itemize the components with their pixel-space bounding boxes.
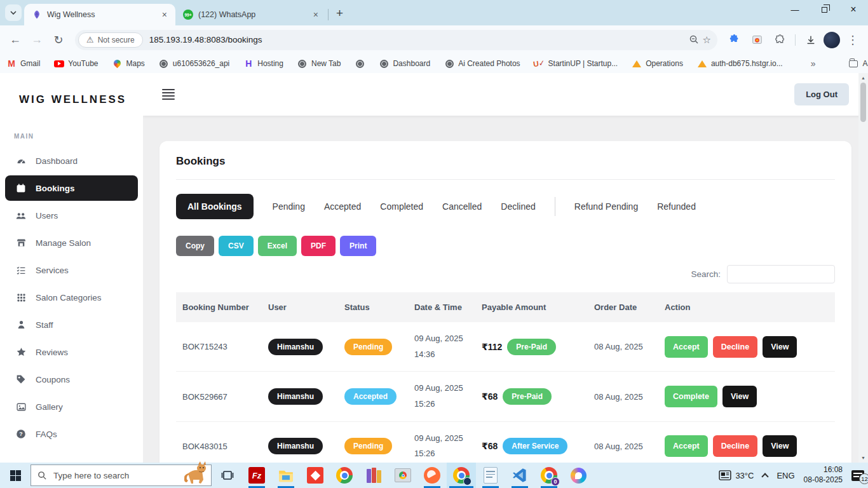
sidebar-item-reviews[interactable]: Reviews <box>5 339 138 365</box>
column-header[interactable]: Action <box>658 292 835 322</box>
complete-button[interactable]: Complete <box>665 386 717 407</box>
taskbar-notepad-icon[interactable] <box>476 463 505 488</box>
download-icon[interactable] <box>801 30 821 50</box>
taskbar-chrome-badged-icon[interactable] <box>447 463 476 488</box>
taskbar-red-diamond-icon[interactable] <box>301 463 330 488</box>
start-button[interactable] <box>1 463 29 488</box>
new-tab-button[interactable]: + <box>330 6 351 25</box>
bookmark-item[interactable]: Operations <box>632 58 683 69</box>
sidebar-item-bookings[interactable]: Bookings <box>5 175 138 201</box>
tab-close-icon[interactable]: × <box>160 10 169 20</box>
minimize-button[interactable]: — <box>780 0 810 19</box>
forward-button[interactable]: → <box>27 30 47 50</box>
column-header[interactable]: Order Date <box>588 292 658 322</box>
view-button[interactable]: View <box>763 435 797 457</box>
address-bar[interactable]: ⚠ Not secure 185.193.19.48:8083/bookings… <box>75 30 717 50</box>
column-header[interactable]: User <box>262 292 338 322</box>
browser-menu-icon[interactable]: ⋮ <box>843 30 863 50</box>
decline-button[interactable]: Decline <box>713 336 757 358</box>
sidebar-item-gallery[interactable]: Gallery <box>5 394 138 419</box>
news-weather-widget[interactable]: 33°C <box>719 470 754 480</box>
tab-close-icon[interactable]: × <box>311 10 320 20</box>
menu-toggle-icon[interactable] <box>162 87 175 102</box>
column-header[interactable]: Date & Time <box>408 292 475 322</box>
taskbar-search-box[interactable]: Type here to search <box>31 464 212 486</box>
bookmark-item[interactable] <box>355 58 365 69</box>
bookmark-item[interactable]: Ai Created Photos <box>444 58 520 69</box>
zoom-icon[interactable] <box>689 34 699 46</box>
taskbar-copilot-icon[interactable] <box>564 463 593 488</box>
taskbar-chrome-zero-icon[interactable]: 0 <box>534 463 564 488</box>
filter-tab-all-bookings[interactable]: All Bookings <box>176 194 254 219</box>
filter-tab-completed[interactable]: Completed <box>380 201 423 212</box>
sidebar-item-users[interactable]: Users <box>5 203 138 228</box>
bookmark-item[interactable]: U✓StartinUP | Startup... <box>534 58 618 69</box>
taskbar-vscode-icon[interactable] <box>505 463 534 488</box>
column-header[interactable]: Booking Number <box>176 292 262 322</box>
restore-button[interactable] <box>810 0 839 19</box>
bookmark-item[interactable]: MGmail <box>6 58 40 69</box>
sidebar-item-coupons[interactable]: Coupons <box>5 367 138 392</box>
hidden-icons-chevron[interactable] <box>762 473 769 480</box>
media-extension-icon[interactable] <box>747 30 767 50</box>
bookmark-item[interactable]: YouTube <box>54 58 98 69</box>
column-header[interactable]: Payable Amount <box>475 292 588 322</box>
excel-export-button[interactable]: Excel <box>258 236 297 256</box>
scroll-up-arrow[interactable]: ▲ <box>858 73 868 83</box>
taskbar-explorer-icon[interactable] <box>271 463 301 488</box>
bookmark-item[interactable]: u610653626_api <box>159 58 229 69</box>
filter-tab-pending[interactable]: Pending <box>273 201 305 212</box>
sidebar-item-services[interactable]: Services <box>5 257 138 283</box>
not-secure-chip[interactable]: ⚠ Not secure <box>78 32 143 48</box>
reload-button[interactable]: ↻ <box>48 30 69 50</box>
scroll-down-arrow[interactable]: ▼ <box>858 453 868 463</box>
browser-tab[interactable]: Wig Wellness × <box>24 4 175 25</box>
bookmark-item[interactable]: Dashboard <box>379 58 430 69</box>
accept-button[interactable]: Accept <box>665 435 708 457</box>
notification-center-icon[interactable]: 12 <box>851 470 864 481</box>
bookmark-item[interactable]: Maps <box>112 58 145 69</box>
print-export-button[interactable]: Print <box>340 236 376 256</box>
extensions-puzzle-icon[interactable] <box>770 30 790 50</box>
bookmark-item[interactable]: New Tab <box>297 58 341 69</box>
extension-pinned-icon[interactable] <box>724 30 744 50</box>
view-button[interactable]: View <box>722 386 757 407</box>
column-header[interactable]: Status <box>338 292 408 322</box>
bookmarks-overflow-icon[interactable]: » <box>811 58 816 69</box>
filter-tab-refund-pending[interactable]: Refund Pending <box>574 201 638 212</box>
filter-tab-refunded[interactable]: Refunded <box>657 201 696 212</box>
taskbar-taskview-icon[interactable] <box>213 463 242 488</box>
sidebar-item-salon-categories[interactable]: Salon Categories <box>5 285 138 310</box>
filter-tab-cancelled[interactable]: Cancelled <box>442 201 482 212</box>
filter-tab-accepted[interactable]: Accepted <box>324 201 361 212</box>
browser-tab[interactable]: 99+ (122) WhatsApp × <box>175 4 327 25</box>
taskbar-winrar-icon[interactable] <box>359 463 388 488</box>
pdf-export-button[interactable]: PDF <box>301 236 336 256</box>
close-button[interactable]: × <box>839 0 868 19</box>
bookmark-item[interactable]: HHosting <box>243 58 283 69</box>
bookmark-star-icon[interactable]: ☆ <box>703 34 711 46</box>
back-button[interactable]: ← <box>5 30 25 50</box>
sidebar-item-faqs[interactable]: ? FAQs <box>5 421 138 447</box>
copy-export-button[interactable]: Copy <box>176 236 214 256</box>
scrollbar-thumb[interactable] <box>860 83 866 122</box>
profile-avatar[interactable] <box>824 32 840 48</box>
sidebar-item-staff[interactable]: Staff <box>5 312 138 337</box>
filter-tab-declined[interactable]: Declined <box>501 201 535 212</box>
taskbar-filezilla-icon[interactable]: Fz <box>242 463 271 488</box>
taskbar-window-preview-icon[interactable] <box>388 463 417 488</box>
bookmark-item[interactable]: auth-db675.hstgr.io... <box>697 58 783 69</box>
view-button[interactable]: View <box>763 336 797 358</box>
sidebar-item-manage-salon[interactable]: Manage Salon <box>5 230 138 255</box>
accept-button[interactable]: Accept <box>665 336 708 358</box>
clock-widget[interactable]: 16:08 08-08-2025 <box>804 465 843 485</box>
all-bookmarks-button[interactable]: All Bookmarks <box>848 58 868 69</box>
tab-search-button[interactable] <box>5 4 22 21</box>
taskbar-postman-icon[interactable] <box>417 463 447 488</box>
language-indicator[interactable]: ENG <box>776 471 794 480</box>
sidebar-item-dashboard[interactable]: Dashboard <box>5 148 138 173</box>
search-input[interactable] <box>727 265 835 283</box>
decline-button[interactable]: Decline <box>713 435 757 457</box>
logout-button[interactable]: Log Out <box>794 83 849 105</box>
taskbar-chrome-icon[interactable] <box>330 463 359 488</box>
